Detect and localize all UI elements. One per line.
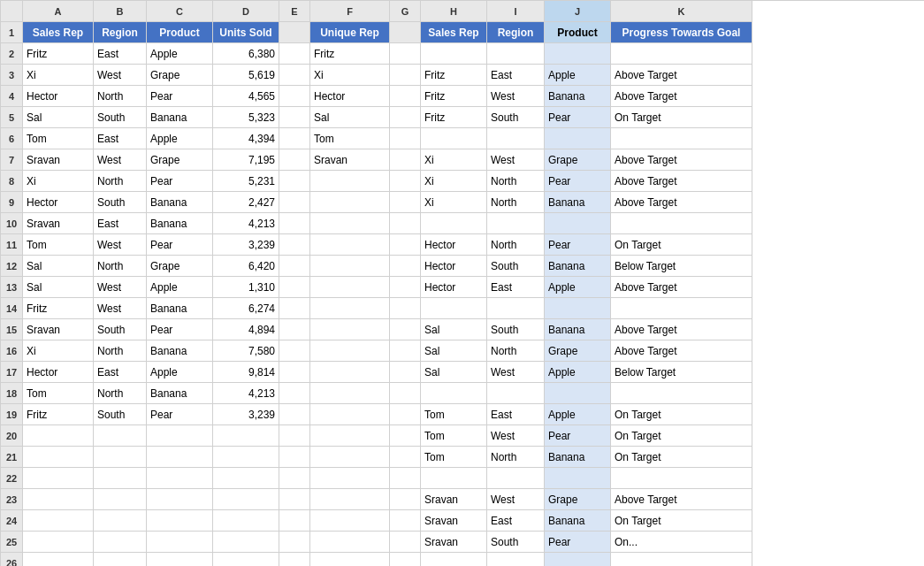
- data-cell-r23-c8[interactable]: Sravan: [421, 489, 487, 510]
- data-cell-r2-c4[interactable]: 6,380: [213, 43, 279, 65]
- data-cell-r20-c10[interactable]: Pear: [545, 425, 611, 447]
- data-cell-r11-c3[interactable]: Pear: [147, 234, 213, 256]
- data-cell-r10-c3[interactable]: Banana: [147, 213, 213, 234]
- data-cell-r23-c9[interactable]: West: [487, 489, 545, 510]
- data-cell-r17-c10[interactable]: Apple: [545, 362, 611, 383]
- data-cell-r8-c3[interactable]: Pear: [147, 171, 213, 192]
- data-cell-r15-c9[interactable]: South: [487, 319, 545, 340]
- data-cell-r19-c9[interactable]: East: [487, 404, 545, 425]
- data-cell-r9-c1[interactable]: Hector: [23, 192, 94, 213]
- data-cell-r11-c10[interactable]: Pear: [545, 234, 611, 256]
- data-cell-r19-c1[interactable]: Fritz: [23, 404, 94, 425]
- data-cell-r12-c10[interactable]: Banana: [545, 256, 611, 277]
- data-cell-r4-c2[interactable]: North: [94, 86, 147, 107]
- data-cell-r3-c10[interactable]: Apple: [545, 65, 611, 86]
- data-cell-r20-c9[interactable]: West: [487, 425, 545, 447]
- data-cell-r3-c3[interactable]: Grape: [147, 65, 213, 86]
- data-cell-r12-c8[interactable]: Hector: [421, 256, 487, 277]
- data-cell-r24-c10[interactable]: Banana: [545, 510, 611, 532]
- data-cell-r16-c10[interactable]: Grape: [545, 340, 611, 362]
- data-cell-r12-c1[interactable]: Sal: [23, 256, 94, 277]
- data-cell-r9-c8[interactable]: Xi: [421, 192, 487, 213]
- data-cell-r9-c11[interactable]: Above Target: [611, 192, 752, 213]
- data-cell-r9-c10[interactable]: Banana: [545, 192, 611, 213]
- data-cell-r3-c6[interactable]: Xi: [310, 65, 390, 86]
- data-cell-r12-c4[interactable]: 6,420: [213, 256, 279, 277]
- data-cell-r9-c9[interactable]: North: [487, 192, 545, 213]
- data-cell-r20-c11[interactable]: On Target: [611, 425, 752, 447]
- data-cell-r23-c10[interactable]: Grape: [545, 489, 611, 510]
- data-cell-r20-c8[interactable]: Tom: [421, 425, 487, 447]
- data-cell-r3-c8[interactable]: Fritz: [421, 65, 487, 86]
- data-cell-r7-c9[interactable]: West: [487, 149, 545, 171]
- data-cell-r15-c1[interactable]: Sravan: [23, 319, 94, 340]
- data-cell-r6-c2[interactable]: East: [94, 128, 147, 149]
- data-cell-r3-c11[interactable]: Above Target: [611, 65, 752, 86]
- data-cell-r5-c9[interactable]: South: [487, 107, 545, 128]
- data-cell-r3-c4[interactable]: 5,619: [213, 65, 279, 86]
- data-cell-r12-c11[interactable]: Below Target: [611, 256, 752, 277]
- data-cell-r6-c4[interactable]: 4,394: [213, 128, 279, 149]
- data-cell-r21-c8[interactable]: Tom: [421, 447, 487, 468]
- data-cell-r11-c9[interactable]: North: [487, 234, 545, 256]
- data-cell-r11-c8[interactable]: Hector: [421, 234, 487, 256]
- data-cell-r2-c3[interactable]: Apple: [147, 43, 213, 65]
- data-cell-r15-c3[interactable]: Pear: [147, 319, 213, 340]
- data-cell-r12-c2[interactable]: North: [94, 256, 147, 277]
- data-cell-r6-c3[interactable]: Apple: [147, 128, 213, 149]
- data-cell-r14-c4[interactable]: 6,274: [213, 298, 279, 319]
- data-cell-r25-c10[interactable]: Pear: [545, 532, 611, 553]
- data-cell-r4-c10[interactable]: Banana: [545, 86, 611, 107]
- data-cell-r5-c8[interactable]: Fritz: [421, 107, 487, 128]
- data-cell-r15-c4[interactable]: 4,894: [213, 319, 279, 340]
- data-cell-r4-c6[interactable]: Hector: [310, 86, 390, 107]
- data-cell-r10-c4[interactable]: 4,213: [213, 213, 279, 234]
- data-cell-r4-c1[interactable]: Hector: [23, 86, 94, 107]
- data-cell-r8-c10[interactable]: Pear: [545, 171, 611, 192]
- data-cell-r13-c10[interactable]: Apple: [545, 277, 611, 298]
- data-cell-r10-c1[interactable]: Sravan: [23, 213, 94, 234]
- data-cell-r4-c8[interactable]: Fritz: [421, 86, 487, 107]
- data-cell-r3-c9[interactable]: East: [487, 65, 545, 86]
- data-cell-r17-c11[interactable]: Below Target: [611, 362, 752, 383]
- data-cell-r21-c9[interactable]: North: [487, 447, 545, 468]
- data-cell-r8-c11[interactable]: Above Target: [611, 171, 752, 192]
- data-cell-r7-c2[interactable]: West: [94, 149, 147, 171]
- data-cell-r16-c11[interactable]: Above Target: [611, 340, 752, 362]
- data-cell-r21-c11[interactable]: On Target: [611, 447, 752, 468]
- data-cell-r17-c9[interactable]: West: [487, 362, 545, 383]
- data-cell-r16-c4[interactable]: 7,580: [213, 340, 279, 362]
- data-cell-r24-c9[interactable]: East: [487, 510, 545, 532]
- data-cell-r19-c8[interactable]: Tom: [421, 404, 487, 425]
- data-cell-r14-c2[interactable]: West: [94, 298, 147, 319]
- data-cell-r13-c3[interactable]: Apple: [147, 277, 213, 298]
- data-cell-r9-c4[interactable]: 2,427: [213, 192, 279, 213]
- data-cell-r5-c4[interactable]: 5,323: [213, 107, 279, 128]
- data-cell-r8-c8[interactable]: Xi: [421, 171, 487, 192]
- data-cell-r16-c3[interactable]: Banana: [147, 340, 213, 362]
- data-cell-r4-c9[interactable]: West: [487, 86, 545, 107]
- data-cell-r11-c4[interactable]: 3,239: [213, 234, 279, 256]
- data-cell-r13-c4[interactable]: 1,310: [213, 277, 279, 298]
- data-cell-r19-c4[interactable]: 3,239: [213, 404, 279, 425]
- data-cell-r14-c3[interactable]: Banana: [147, 298, 213, 319]
- data-cell-r16-c8[interactable]: Sal: [421, 340, 487, 362]
- data-cell-r2-c2[interactable]: East: [94, 43, 147, 65]
- data-cell-r12-c9[interactable]: South: [487, 256, 545, 277]
- data-cell-r11-c1[interactable]: Tom: [23, 234, 94, 256]
- data-cell-r21-c10[interactable]: Banana: [545, 447, 611, 468]
- data-cell-r5-c11[interactable]: On Target: [611, 107, 752, 128]
- data-cell-r11-c11[interactable]: On Target: [611, 234, 752, 256]
- data-cell-r15-c11[interactable]: Above Target: [611, 319, 752, 340]
- data-cell-r8-c1[interactable]: Xi: [23, 171, 94, 192]
- data-cell-r6-c6[interactable]: Tom: [310, 128, 390, 149]
- data-cell-r18-c4[interactable]: 4,213: [213, 383, 279, 404]
- data-cell-r12-c3[interactable]: Grape: [147, 256, 213, 277]
- data-cell-r15-c2[interactable]: South: [94, 319, 147, 340]
- data-cell-r17-c8[interactable]: Sal: [421, 362, 487, 383]
- data-cell-r16-c2[interactable]: North: [94, 340, 147, 362]
- data-cell-r5-c6[interactable]: Sal: [310, 107, 390, 128]
- data-cell-r24-c11[interactable]: On Target: [611, 510, 752, 532]
- data-cell-r4-c3[interactable]: Pear: [147, 86, 213, 107]
- data-cell-r18-c2[interactable]: North: [94, 383, 147, 404]
